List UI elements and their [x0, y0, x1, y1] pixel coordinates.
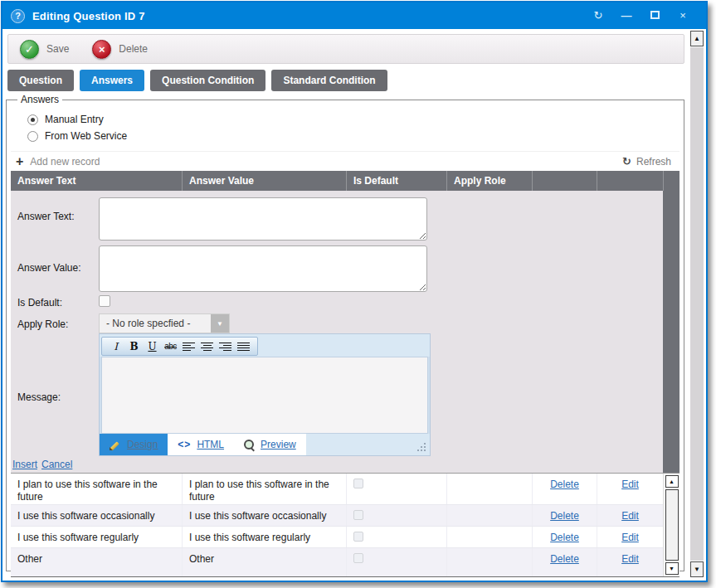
answer-value-label: Answer Value: — [17, 262, 80, 274]
grid-command-bar: + Add new record ↻ Refresh — [11, 151, 679, 171]
cell-apply-role — [446, 548, 532, 577]
grid-header: Answer Text Answer Value Is Default Appl… — [11, 171, 679, 191]
radio-manual-entry-label: Manual Entry — [45, 114, 104, 125]
maximize-icon[interactable] — [646, 9, 663, 22]
delete-link[interactable]: Delete — [550, 532, 579, 543]
pencil-icon — [110, 440, 121, 450]
refresh-button[interactable]: ↻ Refresh — [622, 155, 671, 168]
tab-question[interactable]: Question — [7, 70, 74, 91]
window-scroll-track[interactable] — [690, 47, 704, 561]
window-title: Editing Question ID 7 — [32, 10, 145, 22]
delete-link[interactable]: Delete — [550, 479, 579, 490]
scroll-thumb[interactable] — [665, 489, 679, 561]
edit-link[interactable]: Edit — [621, 532, 639, 543]
window-controls: ↻ — × — [590, 9, 698, 22]
magnifier-icon — [244, 440, 255, 450]
edit-link[interactable]: Edit — [621, 479, 639, 490]
tab-standard-condition[interactable]: Standard Condition — [271, 70, 387, 91]
delete-link[interactable]: Delete — [550, 553, 579, 565]
tab-strip: Question Answers Question Condition Stan… — [7, 70, 688, 91]
row-checkbox[interactable] — [353, 479, 363, 488]
dialog-window: ? Editing Question ID 7 ↻ — × ✓ Save × D… — [1, 1, 708, 582]
col-is-default: Is Default — [346, 171, 446, 191]
editor-content-area[interactable] — [101, 357, 428, 434]
strikethrough-icon[interactable]: abc — [163, 338, 178, 355]
cancel-link[interactable]: Cancel — [41, 459, 72, 470]
mode-tab-design[interactable]: Design — [100, 434, 168, 455]
delete-link[interactable]: Delete — [550, 510, 579, 522]
grid-rows: I plan to use this software in the futur… — [11, 473, 679, 577]
window-scroll-up-icon[interactable]: ▲ — [690, 31, 704, 46]
add-new-record-button[interactable]: + Add new record — [16, 156, 100, 168]
editor-toolbar: I B U abc — [100, 334, 430, 357]
design-label: Design — [127, 439, 158, 450]
row-checkbox[interactable] — [353, 510, 363, 520]
scroll-down-icon[interactable]: ▼ — [665, 562, 679, 575]
underline-icon[interactable]: U — [144, 338, 160, 355]
justify-icon[interactable] — [237, 343, 250, 351]
answer-text-label: Answer Text: — [17, 211, 74, 222]
cell-answer-value: I use this software regularly — [182, 527, 346, 547]
plus-icon: + — [16, 156, 23, 168]
grid-scrollbar[interactable]: ▲ ▼ — [663, 474, 679, 576]
delete-button[interactable]: × Delete — [92, 40, 148, 59]
row-checkbox[interactable] — [353, 532, 363, 542]
table-row: Other Other Delete Edit — [11, 548, 679, 577]
maximize-glyph — [650, 11, 660, 19]
save-label: Save — [46, 43, 69, 55]
insert-form: Answer Text: Answer Value: Is Default: A… — [11, 191, 679, 473]
col-answer-text: Answer Text — [11, 171, 182, 191]
cell-answer-value: I plan to use this software in the futur… — [182, 474, 346, 504]
is-default-checkbox[interactable] — [99, 295, 110, 307]
radio-unselected-icon — [27, 131, 38, 142]
col-filler — [663, 171, 679, 191]
align-right-icon[interactable] — [219, 343, 231, 351]
save-check-icon: ✓ — [20, 40, 39, 59]
close-icon[interactable]: × — [675, 9, 691, 22]
cell-delete: Delete — [532, 548, 597, 577]
answer-text-input[interactable] — [99, 197, 427, 241]
cell-delete: Delete — [532, 505, 597, 526]
radio-from-web-service[interactable]: From Web Service — [27, 128, 679, 144]
refresh-label: Refresh — [636, 156, 671, 168]
cell-edit: Edit — [597, 548, 663, 577]
scroll-up-icon[interactable]: ▲ — [665, 475, 679, 488]
cell-edit: Edit — [597, 505, 663, 526]
bold-icon[interactable]: B — [126, 338, 142, 355]
answer-value-input[interactable] — [99, 245, 427, 292]
window-scrollbar[interactable]: ▲ ▼ — [688, 29, 706, 579]
row-checkbox[interactable] — [353, 553, 363, 563]
help-icon[interactable]: ? — [11, 9, 25, 23]
edit-link[interactable]: Edit — [621, 510, 639, 522]
apply-role-dropdown[interactable]: - No role specfied - ▼ — [99, 313, 230, 333]
radio-manual-entry[interactable]: Manual Entry — [27, 111, 679, 128]
delete-x-icon: × — [92, 40, 111, 59]
answers-legend: Answers — [17, 94, 62, 105]
cell-edit: Edit — [597, 474, 663, 504]
resize-grip-icon[interactable] — [424, 450, 426, 451]
mode-tab-preview[interactable]: Preview — [234, 434, 306, 455]
tab-question-condition[interactable]: Question Condition — [150, 70, 265, 91]
insert-link[interactable]: Insert — [12, 459, 37, 470]
save-button[interactable]: ✓ Save — [20, 40, 69, 59]
chevron-down-icon[interactable]: ▼ — [211, 314, 229, 333]
edit-link[interactable]: Edit — [621, 553, 639, 565]
mode-tab-html[interactable]: <> HTML — [168, 434, 234, 455]
minimize-icon[interactable]: — — [618, 9, 635, 22]
table-row: I plan to use this software in the futur… — [11, 474, 679, 505]
window-scroll-down-icon[interactable]: ▼ — [690, 561, 704, 577]
tab-answers[interactable]: Answers — [80, 70, 144, 91]
italic-icon[interactable]: I — [108, 338, 124, 355]
editor-mode-tabs: Design <> HTML Preview — [100, 434, 430, 455]
refresh-icon: ↻ — [622, 155, 631, 168]
align-center-icon[interactable] — [201, 343, 213, 351]
cell-is-default — [346, 527, 446, 547]
refresh-window-icon[interactable]: ↻ — [590, 9, 606, 22]
col-delete — [532, 171, 597, 191]
cell-is-default — [346, 548, 446, 577]
apply-role-value: - No role specfied - — [100, 314, 211, 333]
align-left-icon[interactable] — [183, 343, 195, 351]
editor-toolbar-strip: I B U abc — [101, 337, 258, 356]
add-new-record-label: Add new record — [30, 156, 100, 168]
is-default-label: Is Default: — [17, 297, 62, 309]
